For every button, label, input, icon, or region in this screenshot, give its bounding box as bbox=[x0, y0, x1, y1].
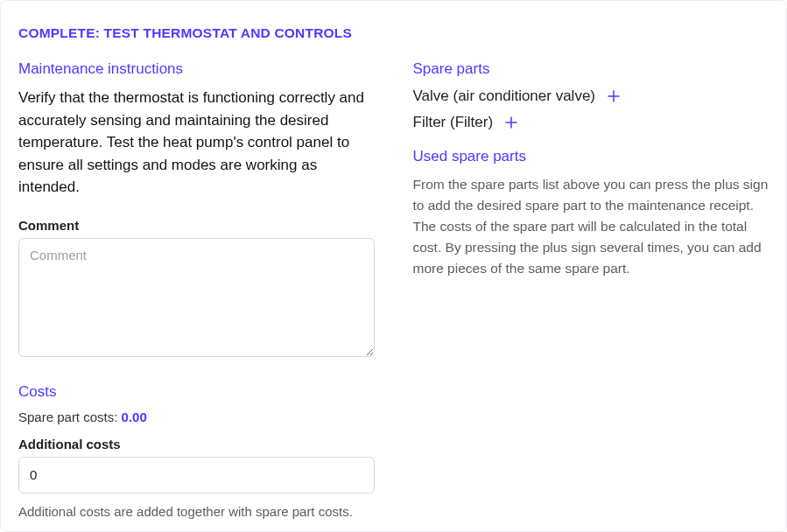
spare-parts-list: Valve (air conditioner valve) Filter (Fi… bbox=[413, 87, 769, 132]
spare-part-label: Valve (air conditioner valve) bbox=[413, 88, 596, 105]
plus-icon bbox=[503, 115, 519, 130]
additional-costs-label: Additional costs bbox=[18, 437, 375, 452]
maintenance-complete-card: COMPLETE: TEST THERMOSTAT AND CONTROLS M… bbox=[0, 0, 787, 532]
plus-icon bbox=[606, 88, 622, 104]
spare-part-item: Valve (air conditioner valve) bbox=[413, 87, 769, 106]
instructions-body: Verify that the thermostat is functionin… bbox=[18, 87, 375, 199]
used-spare-parts-heading: Used spare parts bbox=[413, 148, 769, 165]
instructions-heading: Maintenance instructions bbox=[18, 60, 375, 78]
comment-input[interactable] bbox=[18, 238, 375, 357]
right-column: Spare parts Valve (air conditioner valve… bbox=[413, 60, 769, 532]
spare-part-costs-line: Spare part costs: 0.00 bbox=[18, 410, 375, 424]
columns: Maintenance instructions Verify that the… bbox=[18, 60, 769, 532]
comment-label: Comment bbox=[18, 218, 375, 233]
add-spare-part-button[interactable] bbox=[604, 87, 623, 106]
spare-parts-heading: Spare parts bbox=[413, 60, 769, 78]
costs-heading: Costs bbox=[18, 383, 375, 401]
spare-part-costs-value: 0.00 bbox=[122, 410, 147, 424]
additional-costs-input[interactable] bbox=[18, 457, 375, 494]
left-column: Maintenance instructions Verify that the… bbox=[18, 60, 375, 532]
spare-part-costs-label: Spare part costs: bbox=[18, 410, 122, 424]
additional-costs-help: Additional costs are added together with… bbox=[18, 504, 375, 519]
spare-part-item: Filter (Filter) bbox=[413, 113, 769, 132]
page-title: COMPLETE: TEST THERMOSTAT AND CONTROLS bbox=[18, 25, 769, 41]
used-spare-parts-description: From the spare parts list above you can … bbox=[413, 174, 769, 279]
add-spare-part-button[interactable] bbox=[502, 113, 521, 132]
spare-part-label: Filter (Filter) bbox=[413, 114, 494, 131]
